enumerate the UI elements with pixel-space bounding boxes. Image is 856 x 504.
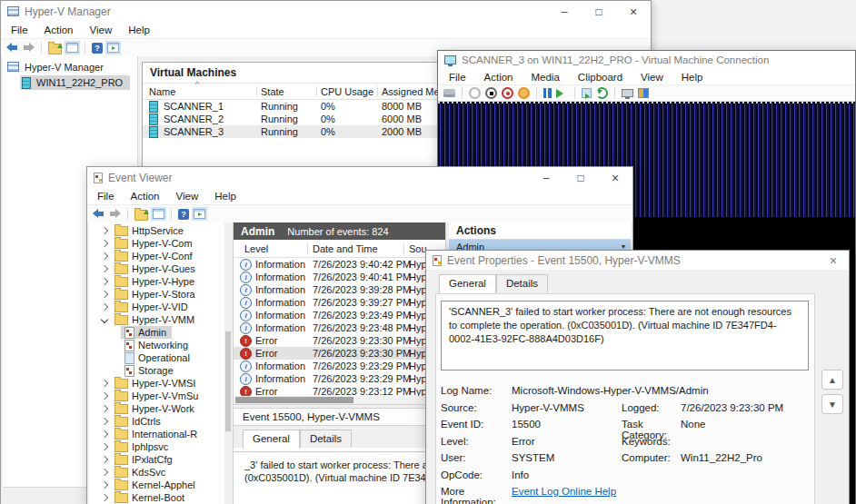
tree-item[interactable]: Hyper-V-Stora xyxy=(89,288,201,301)
tree-item[interactable]: Hyper-V-Com xyxy=(89,237,198,250)
event-row[interactable]: Error 7/26/2023 9:23:30 PM Hyp xyxy=(234,334,445,347)
col-source[interactable]: Sou xyxy=(409,243,427,254)
event-row[interactable]: Information 7/26/2023 9:40:41 PM Hyp xyxy=(234,271,445,283)
close-button[interactable]: × xyxy=(616,1,651,22)
menu-item[interactable]: Action xyxy=(475,70,523,84)
start-button[interactable] xyxy=(469,87,481,99)
column-separator[interactable] xyxy=(377,86,378,96)
menu-item[interactable]: Help xyxy=(120,23,158,37)
scrollbar-thumb[interactable] xyxy=(235,397,353,403)
tree-item[interactable]: Networking xyxy=(121,339,194,351)
event-row[interactable]: Information 7/26/2023 9:23:49 PM Hyp xyxy=(234,309,445,321)
hyperv-tree-host[interactable]: WIN11_22H2_PRO xyxy=(20,75,130,90)
export-folder-button[interactable] xyxy=(48,44,62,54)
minimize-button[interactable]: – xyxy=(547,1,582,22)
console-tree-button[interactable] xyxy=(153,209,164,219)
tab-details[interactable]: Details xyxy=(300,430,352,448)
tree-item[interactable]: HttpService xyxy=(89,224,189,237)
menu-item[interactable]: File xyxy=(3,23,36,37)
vm-col-cpu[interactable]: CPU Usage xyxy=(321,86,382,97)
maximize-button[interactable]: □ xyxy=(582,1,616,22)
export-folder-button[interactable] xyxy=(134,210,148,221)
col-level[interactable]: Level xyxy=(244,243,313,254)
console-tree-button[interactable] xyxy=(66,43,78,53)
maximize-button[interactable]: □ xyxy=(563,167,598,188)
next-event-button[interactable]: ▼ xyxy=(821,394,843,414)
tree-item[interactable]: IdCtrls xyxy=(89,415,166,428)
menu-item[interactable]: View xyxy=(168,189,207,203)
vm-col-name[interactable]: Name xyxy=(149,86,261,97)
tree-item[interactable]: Iphlpsvc xyxy=(89,440,174,453)
tab-general[interactable]: General xyxy=(439,274,496,293)
tree-item[interactable]: Hyper-V-Gues xyxy=(89,262,201,275)
reset-button[interactable] xyxy=(518,87,530,99)
menu-item[interactable]: File xyxy=(89,189,123,203)
tree-item[interactable]: IPxlatCfg xyxy=(89,453,178,466)
tree-item[interactable]: Hyper-V-Hype xyxy=(89,275,200,288)
event-list-hscrollbar[interactable] xyxy=(234,396,445,404)
revert-button[interactable] xyxy=(596,87,608,99)
event-row[interactable]: Information 7/26/2023 9:40:42 PM Hyp xyxy=(234,258,445,271)
event-log-online-help-link[interactable]: Event Log Online Help xyxy=(512,486,616,504)
menu-item[interactable]: Help xyxy=(206,189,244,203)
menu-item[interactable]: View xyxy=(82,23,121,37)
help-button[interactable] xyxy=(178,209,189,220)
menu-item[interactable]: View xyxy=(632,70,672,84)
tab-general[interactable]: General xyxy=(243,430,300,449)
menu-item[interactable]: Help xyxy=(672,70,712,84)
help-button[interactable] xyxy=(92,43,103,54)
tree-item[interactable]: Kernel-Apphel xyxy=(89,479,201,491)
tree-item[interactable]: Storage xyxy=(121,364,179,377)
tree-item[interactable]: Admin xyxy=(121,326,172,339)
share-button[interactable] xyxy=(638,88,649,98)
back-button[interactable] xyxy=(93,209,105,219)
back-button[interactable] xyxy=(6,43,18,53)
column-separator[interactable] xyxy=(403,242,404,254)
tab-details[interactable]: Details xyxy=(496,274,548,292)
action-pane-button[interactable] xyxy=(107,43,119,53)
event-row[interactable]: Information 7/26/2023 9:23:29 PM Hyp xyxy=(234,360,445,372)
tree-item[interactable]: Hyper-V-VMM xyxy=(89,313,200,326)
resume-button[interactable] xyxy=(556,89,568,98)
tree-item[interactable]: Hyper-V-VmSu xyxy=(89,390,204,402)
tree-scrollbar-vertical[interactable] xyxy=(224,222,232,504)
event-row[interactable]: Information 7/26/2023 9:39:28 PM Hyp xyxy=(234,283,445,296)
tree-item[interactable]: Hyper-V-Conf xyxy=(89,250,198,262)
menu-item[interactable]: Media xyxy=(523,70,569,84)
minimize-button[interactable]: – xyxy=(529,167,563,188)
close-button[interactable]: × xyxy=(818,251,849,270)
event-row[interactable]: Information 7/26/2023 9:39:27 PM Hyp xyxy=(234,296,445,309)
checkpoint-button[interactable] xyxy=(582,88,592,98)
tree-item[interactable]: International-R xyxy=(89,428,203,440)
column-separator[interactable] xyxy=(307,242,308,254)
menu-item[interactable]: Clipboard xyxy=(569,70,632,84)
shut-down-button[interactable] xyxy=(502,87,513,99)
enhanced-session-button[interactable] xyxy=(622,89,633,97)
menu-item[interactable]: File xyxy=(440,70,475,84)
menu-item[interactable]: Action xyxy=(123,189,168,203)
previous-event-button[interactable]: ▲ xyxy=(821,370,843,390)
event-row[interactable]: Information 7/26/2023 9:23:48 PM Hyp xyxy=(234,321,445,334)
tree-item[interactable]: Operational xyxy=(121,351,195,364)
tree-item[interactable]: Hyper-V-VMSI xyxy=(89,377,201,390)
scrollbar-thumb[interactable] xyxy=(225,331,231,431)
tree-item[interactable]: Hyper-V-VID xyxy=(89,301,194,313)
event-row[interactable]: Error 7/26/2023 9:23:12 PM Hyp xyxy=(234,385,445,396)
column-separator[interactable] xyxy=(316,86,317,96)
forward-button[interactable] xyxy=(23,43,35,53)
menu-item[interactable]: Action xyxy=(36,23,82,37)
hyperv-tree-root[interactable]: Hyper-V Manager xyxy=(3,56,137,74)
close-button[interactable]: × xyxy=(598,167,632,188)
event-row[interactable]: Error 7/26/2023 9:23:30 PM Hyp xyxy=(234,347,445,360)
event-description-box[interactable]: 'SCANNER_3' failed to start worker proce… xyxy=(441,301,809,371)
tree-item[interactable]: Hyper-V-Work xyxy=(89,402,200,415)
forward-button[interactable] xyxy=(109,209,121,219)
vm-col-state[interactable]: State xyxy=(261,86,321,97)
tree-item[interactable]: Kernel-Boot xyxy=(89,491,190,504)
event-row[interactable]: Information 7/26/2023 9:23:29 PM Hyp xyxy=(234,372,445,385)
column-separator[interactable] xyxy=(256,86,257,96)
turn-off-button[interactable] xyxy=(485,87,497,99)
col-datetime[interactable]: Date and Time xyxy=(313,243,409,254)
ctrl-alt-del-button[interactable] xyxy=(443,89,455,97)
action-pane-button[interactable] xyxy=(194,209,205,219)
